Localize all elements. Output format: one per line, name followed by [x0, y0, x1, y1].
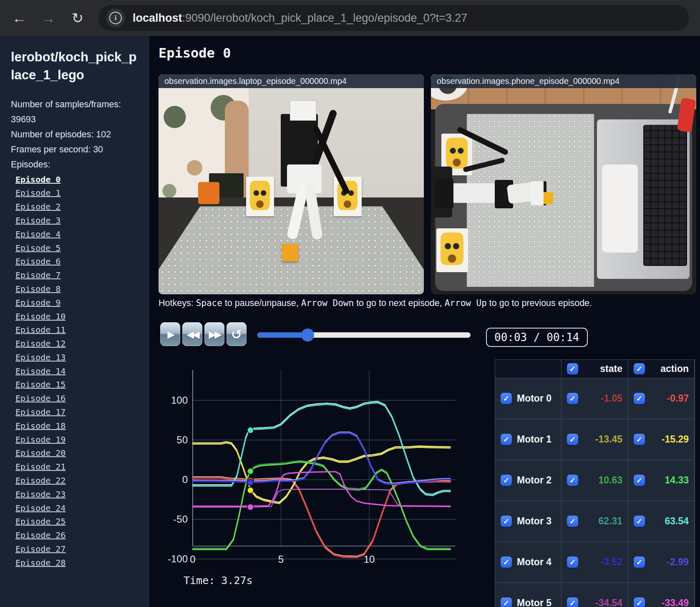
y-axis-tick-label: -50: [173, 513, 188, 525]
rewind-button[interactable]: ◀◀: [182, 322, 202, 346]
motor-5-checkbox[interactable]: ✓: [501, 597, 512, 607]
motor-4-state-checkbox[interactable]: ✓: [567, 556, 578, 568]
x-axis-tick-label: 10: [364, 554, 375, 565]
loop-button[interactable]: ↺: [227, 322, 247, 346]
sidebar-episode-link-20[interactable]: Episode 20: [11, 446, 138, 460]
action-column-header-label: action: [660, 363, 689, 374]
hug-emoji-box: [334, 177, 362, 216]
table-row-motor-1: ✓Motor 1: [495, 419, 561, 460]
motor-5-action-checkbox[interactable]: ✓: [634, 597, 645, 607]
motor-3-cursor-dot: [247, 427, 254, 433]
table-row-motor-0: ✓Motor 0: [495, 378, 561, 419]
motor-1-label: Motor 1: [517, 434, 551, 445]
sidebar-episode-link-26[interactable]: Episode 26: [11, 529, 138, 542]
motor-3-checkbox[interactable]: ✓: [501, 516, 512, 527]
sidebar-episode-link-14[interactable]: Episode 14: [11, 364, 138, 378]
forward-icon[interactable]: →: [40, 11, 57, 25]
orange-device: [198, 182, 219, 204]
sidebar-episode-link-12[interactable]: Episode 12: [11, 337, 138, 351]
sidebar-episode-link-21[interactable]: Episode 21: [11, 460, 138, 474]
sidebar-episode-link-6[interactable]: Episode 6: [11, 255, 138, 268]
motor-2-checkbox[interactable]: ✓: [501, 475, 512, 486]
sidebar-episode-link-25[interactable]: Episode 25: [11, 515, 138, 529]
motor-0-state-line: [193, 477, 451, 556]
motor-2-state-checkbox[interactable]: ✓: [567, 475, 578, 486]
seek-slider[interactable]: [257, 332, 471, 338]
motor-1-checkbox[interactable]: ✓: [501, 434, 512, 445]
sidebar-episode-link-28[interactable]: Episode 28: [11, 556, 138, 570]
url-bar[interactable]: i localhost:9090/lerobot/koch_pick_place…: [98, 5, 689, 31]
reload-icon[interactable]: ↻: [69, 11, 86, 25]
episodes-label: Episodes:: [11, 157, 138, 172]
motor-1-state-checkbox[interactable]: ✓: [567, 434, 578, 445]
motor-5-label: Motor 5: [517, 597, 551, 607]
fast-forward-button[interactable]: ▶▶: [204, 322, 224, 346]
play-button[interactable]: ▶: [160, 322, 180, 346]
motor-0-action-cell: ✓-0.97: [628, 378, 694, 419]
sidebar-episode-link-3[interactable]: Episode 3: [11, 214, 138, 228]
motor-4-state-cell: ✓-3.52: [562, 542, 628, 582]
sidebar-episode-link-1[interactable]: Episode 1: [11, 186, 138, 200]
hotkey-key: Arrow Up: [445, 298, 487, 308]
sidebar-episode-link-7[interactable]: Episode 7: [11, 268, 138, 282]
motor-0-action-line: [193, 478, 451, 557]
motor-3-state-checkbox[interactable]: ✓: [567, 516, 578, 527]
motor-2-action-checkbox[interactable]: ✓: [634, 475, 645, 486]
sidebar-episode-link-27[interactable]: Episode 27: [11, 542, 138, 556]
motor-4-action-checkbox[interactable]: ✓: [634, 556, 645, 568]
motor-3-state-value: 62.31: [598, 516, 622, 527]
sidebar-episode-link-15[interactable]: Episode 15: [11, 378, 138, 392]
hotkey-key: Arrow Down: [301, 298, 354, 308]
sidebar-episode-link-17[interactable]: Episode 17: [11, 405, 138, 419]
sidebar-episode-link-8[interactable]: Episode 8: [11, 282, 138, 296]
motor-0-action-value: -0.97: [667, 393, 689, 404]
sidebar-episode-link-16[interactable]: Episode 16: [11, 392, 138, 405]
action-all-checkbox[interactable]: ✓: [634, 363, 645, 374]
time-display: 00:03 / 00:14: [486, 328, 588, 347]
motor-0-checkbox[interactable]: ✓: [501, 393, 512, 404]
video-phone-camera[interactable]: observation.images.phone_episode_000000.…: [431, 74, 696, 294]
hotkeys-help-text: Hotkeys: Space to pause/unpause, Arrow D…: [159, 298, 592, 309]
motor-5-state-cell: ✓-34.54: [562, 583, 628, 607]
emoji-icon: [441, 233, 463, 265]
motor-0-action-checkbox[interactable]: ✓: [634, 393, 645, 404]
sidebar-episode-link-23[interactable]: Episode 23: [11, 488, 138, 501]
hotkey-key: Space: [196, 298, 222, 308]
sidebar-episode-link-0[interactable]: Episode 0: [11, 173, 138, 187]
back-icon[interactable]: ←: [11, 11, 28, 25]
y-axis-tick-label: -100: [168, 553, 188, 564]
sidebar-episode-link-2[interactable]: Episode 2: [11, 200, 138, 214]
sidebar-episode-link-4[interactable]: Episode 4: [11, 228, 138, 241]
sidebar-episode-link-9[interactable]: Episode 9: [11, 296, 138, 310]
motor-3-action-checkbox[interactable]: ✓: [634, 516, 645, 527]
url-path: :9090/lerobot/koch_pick_place_1_lego/epi…: [182, 12, 468, 24]
sidebar-episode-link-11[interactable]: Episode 11: [11, 323, 138, 337]
sidebar-episode-link-5[interactable]: Episode 5: [11, 241, 138, 255]
sidebar-episode-link-18[interactable]: Episode 18: [11, 419, 138, 433]
sidebar-episode-link-10[interactable]: Episode 10: [11, 310, 138, 324]
motor-2-label: Motor 2: [517, 475, 551, 486]
sidebar-episode-link-24[interactable]: Episode 24: [11, 501, 138, 515]
motor-0-state-value: -1.05: [601, 393, 622, 404]
motor-3-action-cell: ✓63.54: [628, 501, 694, 541]
site-info-button[interactable]: i: [106, 8, 125, 28]
motor-2-state-value: 10.63: [598, 475, 622, 486]
motor-chart[interactable]: 100500-50-1000510: [159, 353, 469, 572]
hotkey-text: to pause/unpause,: [222, 298, 301, 308]
sidebar-episode-link-22[interactable]: Episode 22: [11, 474, 138, 488]
robot-servo: [435, 179, 454, 208]
motor-table: ✓state✓action✓Motor 0✓-1.05✓-0.97✓Motor …: [495, 359, 695, 607]
motor-4-checkbox[interactable]: ✓: [501, 556, 512, 568]
sidebar-episode-link-13[interactable]: Episode 13: [11, 351, 138, 364]
motor-1-action-checkbox[interactable]: ✓: [634, 434, 645, 445]
motor-5-state-checkbox[interactable]: ✓: [567, 597, 578, 607]
motor-0-label: Motor 0: [517, 393, 551, 404]
motor-0-state-checkbox[interactable]: ✓: [567, 393, 578, 404]
sidebar-episode-link-19[interactable]: Episode 19: [11, 433, 138, 447]
seek-slider-thumb[interactable]: [301, 329, 314, 341]
motor-5-action-value: -33.49: [662, 597, 689, 607]
state-all-checkbox[interactable]: ✓: [567, 363, 578, 374]
video-laptop-camera[interactable]: observation.images.laptop_episode_000000…: [159, 74, 424, 294]
y-axis-tick-label: 50: [176, 434, 188, 445]
url-text[interactable]: localhost:9090/lerobot/koch_pick_place_1…: [133, 12, 467, 25]
